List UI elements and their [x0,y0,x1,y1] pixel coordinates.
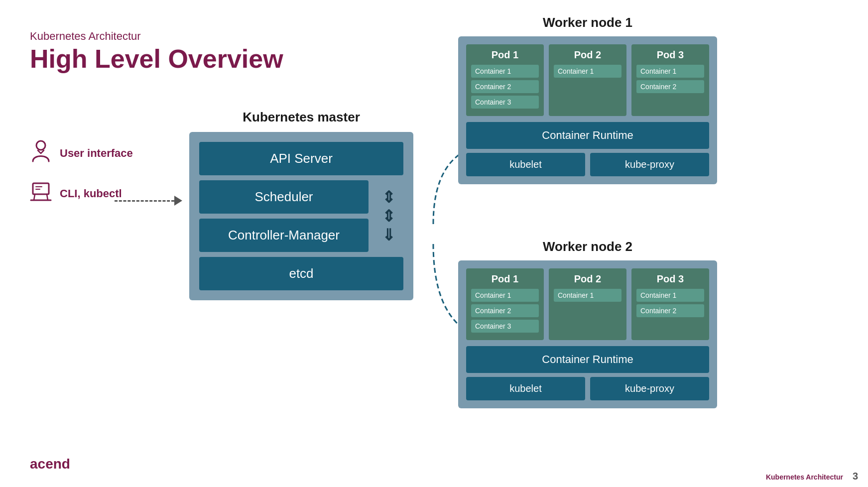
arrow-to-master [115,196,182,206]
worker-node-1-pod-3: Pod 3 Container 1 Container 2 [631,44,709,116]
scheduler-controller-col: Scheduler Controller-Manager [199,180,369,252]
wn1-pod3-container1: Container 1 [636,65,704,78]
wn1-pod2-container1: Container 1 [554,65,621,78]
controller-manager: Controller-Manager [199,219,369,252]
worker-node-1-pod-1: Pod 1 Container 1 Container 2 Container … [466,44,544,116]
worker-node-1-kubelet: kubelet [466,153,585,176]
svg-rect-1 [33,183,49,194]
wn2-pod1-container3: Container 3 [471,320,539,333]
master-middle: Scheduler Controller-Manager ⇕ ⇕ ⇓ [199,180,403,252]
wn1-pod1-container3: Container 3 [471,96,539,109]
master-section: Kubernetes master API Server Scheduler C… [189,110,413,300]
worker-node-1: Worker node 1 Pod 1 Container 1 Containe… [458,15,717,184]
worker-node-2-runtime: Container Runtime [466,346,709,373]
worker-node-2-bottom: Container Runtime kubelet kube-proxy [466,346,709,400]
worker-node-2: Worker node 2 Pod 1 Container 1 Containe… [458,239,717,408]
subtitle: Kubernetes Architectur [30,30,283,43]
laptop-icon [30,182,52,205]
wn2-pod1-container2: Container 2 [471,304,539,317]
worker-node-2-pod-1: Pod 1 Container 1 Container 2 Container … [466,268,544,340]
wn2-pod2-container1: Container 1 [554,289,621,302]
worker-node-1-kube-proxy: kube-proxy [590,153,709,176]
api-server: API Server [199,142,403,175]
title-section: Kubernetes Architectur High Level Overvi… [30,30,283,73]
wn1-pod1-container2: Container 2 [471,80,539,93]
worker-node-2-pod-2-title: Pod 2 [554,273,621,285]
worker-node-1-bottom: Container Runtime kubelet kube-proxy [466,122,709,176]
worker-node-2-pod-3: Pod 3 Container 1 Container 2 [631,268,709,340]
svg-point-0 [36,141,45,150]
master-title: Kubernetes master [189,110,413,125]
master-box: API Server Scheduler Controller-Manager … [189,132,413,300]
wn2-pod1-container1: Container 1 [471,289,539,302]
worker-node-2-box: Pod 1 Container 1 Container 2 Container … [458,260,717,408]
brand-name: acend [30,456,70,472]
worker-node-1-title: Worker node 1 [458,15,717,30]
wn2-pod3-container1: Container 1 [636,289,704,302]
main-title: High Level Overview [30,45,283,73]
wn1-pod1-container1: Container 1 [471,65,539,78]
etcd: etcd [199,257,403,290]
person-icon [30,139,52,167]
worker-node-1-runtime: Container Runtime [466,122,709,149]
page-number: 3 [853,471,858,482]
scheduler: Scheduler [199,180,369,214]
worker-node-1-pod-3-title: Pod 3 [636,49,704,61]
worker-node-2-pod-2: Pod 2 Container 1 [549,268,626,340]
worker-node-2-kube-proxy: kube-proxy [590,377,709,400]
cli-label: CLI, kubectl [60,187,122,200]
user-interface-label: User interface [60,147,133,160]
wn2-pod3-container2: Container 2 [636,304,704,317]
worker-node-1-box: Pod 1 Container 1 Container 2 Container … [458,36,717,184]
worker-node-2-kubelet: kubelet [466,377,585,400]
worker-node-1-pods-row: Pod 1 Container 1 Container 2 Container … [466,44,709,116]
user-interface-item: User interface [30,139,133,167]
worker-node-2-kube-row: kubelet kube-proxy [466,377,709,400]
worker-node-2-pods-row: Pod 1 Container 1 Container 2 Container … [466,268,709,340]
worker-node-1-kube-row: kubelet kube-proxy [466,153,709,176]
worker-node-1-pod-2-title: Pod 2 [554,49,621,61]
worker-node-1-pod-1-title: Pod 1 [471,49,539,61]
worker-node-2-pod-1-title: Pod 1 [471,273,539,285]
footer-text: Kubernetes Architectur [766,473,843,481]
worker-node-1-pod-2: Pod 2 Container 1 [549,44,626,116]
bidirectional-arrows: ⇕ ⇕ ⇓ [373,180,403,252]
wn1-pod3-container2: Container 2 [636,80,704,93]
worker-node-2-title: Worker node 2 [458,239,717,254]
worker-node-2-pod-3-title: Pod 3 [636,273,704,285]
